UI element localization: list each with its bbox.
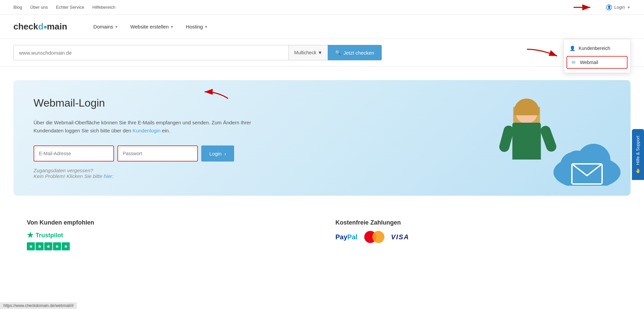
main-nav-items: Domains ▼ Website erstellen ▼ Hosting ▼ (87, 15, 631, 39)
social-proof-section: Von Kunden empfohlen ★ Trustpilot ★ ★ ★ … (13, 212, 631, 257)
mastercard-logo (364, 231, 384, 243)
ueber-uns-link[interactable]: Über uns (30, 5, 48, 10)
svg-point-7 (565, 150, 589, 174)
envelope-icon: ✉ (571, 59, 577, 65)
main-navigation: checkdmain Domains ▼ Website erstellen ▼… (0, 15, 644, 39)
trustpilot-star-icon: ★ (27, 231, 34, 240)
trustpilot-logo: ★ Trustpilot (27, 231, 309, 240)
top-nav-right: 👤 Login ▼ (606, 4, 631, 10)
kundenlogin-link[interactable]: Kundenlogin (132, 128, 160, 133)
cloud-with-mail (550, 132, 624, 186)
nav-item-website[interactable]: Website erstellen ▼ (124, 15, 180, 39)
help-label: Hilfe & Support (635, 136, 640, 165)
paypal-logo: PayPal (335, 233, 358, 241)
search-icon: 🔍 (335, 50, 341, 55)
hand-icon: 🤚 (635, 168, 641, 173)
hilfebereich-link[interactable]: Hilfebereich (92, 5, 115, 10)
trustpilot-section: Von Kunden empfohlen ★ Trustpilot ★ ★ ★ … (27, 219, 309, 250)
payment-logos: PayPal VISA (335, 231, 617, 243)
star-3: ★ (44, 242, 52, 250)
email-input[interactable] (34, 145, 114, 162)
trustpilot-section-title: Von Kunden empfohlen (27, 219, 309, 226)
webmail-form-area: Webmail-Login Über die Webmail-Oberfläch… (34, 97, 262, 179)
star-1: ★ (27, 242, 35, 250)
domain-search-input[interactable] (13, 45, 288, 60)
user-circle-icon: 👤 (569, 45, 575, 51)
dropdown-kundenbereich[interactable]: 👤 Kundenbereich (564, 42, 630, 55)
arrow-right-icon: › (224, 151, 226, 157)
nav-item-hosting[interactable]: Hosting ▼ (180, 15, 214, 39)
star-4: ★ (53, 242, 61, 250)
nav-item-domains[interactable]: Domains ▼ (87, 15, 124, 39)
woman-illustration (496, 99, 557, 196)
blog-link[interactable]: Blog (13, 5, 22, 10)
webmail-title: Webmail-Login (34, 97, 262, 109)
login-dropdown: 👤 Kundenbereich ✉ Webmail (564, 39, 631, 73)
webmail-hero-image (490, 88, 631, 196)
password-input[interactable] (117, 145, 198, 162)
login-button[interactable]: 👤 Login ▼ (606, 4, 631, 10)
star-rating: ★ ★ ★ ★ ★ (27, 242, 309, 250)
webmail-login-button[interactable]: Login › (201, 145, 234, 162)
search-area: Multicheck ▼ 🔍 Jetzt checken (0, 39, 644, 67)
user-icon: 👤 (606, 4, 612, 10)
hosting-chevron-icon: ▼ (204, 25, 208, 29)
star-5: ★ (62, 242, 70, 250)
top-navigation: Blog Über uns Echter Service Hilfebereic… (0, 0, 644, 15)
webmail-login-section: Webmail-Login Über die Webmail-Oberfläch… (13, 80, 631, 196)
jetzt-checken-button[interactable]: 🔍 Jetzt checken (328, 45, 382, 60)
website-chevron-icon: ▼ (170, 25, 174, 29)
echter-service-link[interactable]: Echter Service (56, 5, 85, 10)
star-2: ★ (36, 242, 44, 250)
cloud-svg (550, 132, 624, 186)
multicheck-button[interactable]: Multicheck ▼ (288, 45, 328, 60)
webmail-description: Über die Webmail-Oberfläche können Sie I… (34, 119, 262, 135)
multicheck-chevron-icon: ▼ (318, 50, 322, 55)
domains-chevron-icon: ▼ (115, 25, 118, 29)
main-content: Webmail-Login Über die Webmail-Oberfläch… (0, 67, 644, 257)
login-label: Login (614, 5, 625, 10)
arrow-annotation-login (570, 1, 597, 14)
webmail-form: Login › (34, 145, 262, 162)
forgot-password-text: Zugangsdaten vergessen? Kein Problem! Kl… (34, 168, 262, 179)
visa-logo: VISA (391, 233, 410, 241)
logo-text: checkdmain (13, 21, 67, 32)
dropdown-webmail[interactable]: ✉ Webmail (567, 56, 628, 69)
forgot-password-link[interactable]: hier: (104, 173, 113, 179)
payment-section: Kostenfreie Zahlungen PayPal VISA (335, 219, 617, 250)
login-chevron-icon: ▼ (627, 5, 631, 9)
top-nav-links: Blog Über uns Echter Service Hilfebereic… (13, 5, 115, 10)
brand-logo[interactable]: checkdmain (13, 21, 67, 32)
help-support-sidebar[interactable]: 🤚 Hilfe & Support (632, 129, 644, 180)
payment-section-title: Kostenfreie Zahlungen (335, 219, 617, 226)
